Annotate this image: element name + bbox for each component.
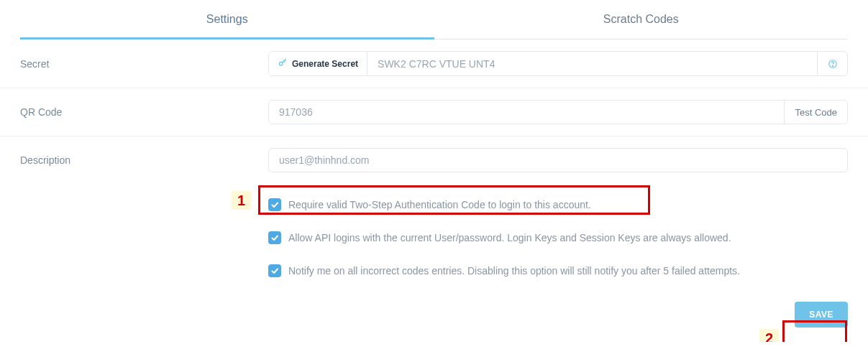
label-description: Description xyxy=(20,154,268,166)
annotation-2-number: 2 xyxy=(759,329,779,342)
row-secret: Secret Generate Secret xyxy=(0,40,868,88)
checkbox-require-2fa[interactable] xyxy=(268,198,281,211)
row-notify-incorrect: Notify me on all incorrect codes entries… xyxy=(0,254,868,287)
tabs: Settings Scratch Codes xyxy=(20,0,848,40)
generate-secret-label: Generate Secret xyxy=(292,59,358,69)
key-icon xyxy=(278,57,288,70)
actions-bar: SAVE xyxy=(0,287,868,342)
svg-point-2 xyxy=(832,65,833,66)
row-description: Description xyxy=(0,136,868,184)
checkbox-notify-incorrect[interactable] xyxy=(268,264,281,277)
label-require-2fa: Require valid Two-Step Authentication Co… xyxy=(288,199,591,210)
tab-settings[interactable]: Settings xyxy=(20,0,434,39)
annotation-1-number: 1 xyxy=(232,191,251,210)
test-code-button[interactable]: Test Code xyxy=(784,101,847,124)
label-allow-api: Allow API logins with the current User/p… xyxy=(288,232,731,243)
row-qr-code: QR Code Test Code xyxy=(0,88,868,136)
label-qr-code: QR Code xyxy=(20,106,268,118)
qr-code-input[interactable] xyxy=(269,101,784,124)
secret-input-group: Generate Secret xyxy=(268,51,848,76)
checkbox-allow-api[interactable] xyxy=(268,231,281,244)
qr-code-input-group: Test Code xyxy=(268,100,848,124)
save-button[interactable]: SAVE xyxy=(795,302,848,328)
row-require-2fa: Require valid Two-Step Authentication Co… xyxy=(0,188,868,221)
row-allow-api: Allow API logins with the current User/p… xyxy=(0,221,868,254)
svg-point-0 xyxy=(279,62,283,65)
tab-scratch-codes[interactable]: Scratch Codes xyxy=(434,0,849,39)
settings-panel: Settings Scratch Codes Secret Generate S… xyxy=(0,0,868,342)
generate-secret-button[interactable]: Generate Secret xyxy=(269,52,367,75)
help-icon[interactable] xyxy=(817,52,847,75)
checkbox-section: Require valid Two-Step Authentication Co… xyxy=(0,184,868,287)
label-secret: Secret xyxy=(20,58,268,70)
secret-input[interactable] xyxy=(367,52,817,75)
description-input[interactable] xyxy=(268,148,848,172)
label-notify-incorrect: Notify me on all incorrect codes entries… xyxy=(288,265,740,277)
